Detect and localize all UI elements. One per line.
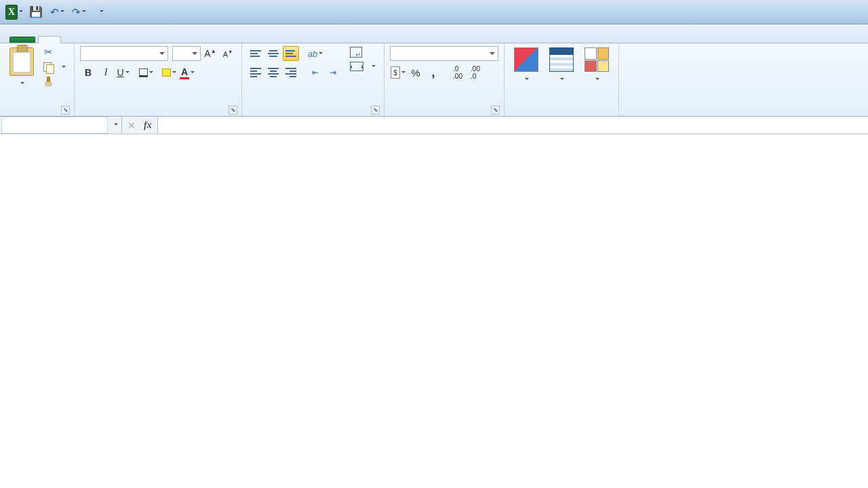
align-bottom-icon [285,50,296,57]
tab-view[interactable] [170,37,191,43]
group-label-number [390,114,498,115]
fx-icon[interactable]: fx [144,120,152,131]
fmt-label2 [559,75,565,84]
decrease-decimal-button[interactable]: .00.0 [467,65,484,80]
cancel-formula-button[interactable]: ✕ [127,120,136,131]
wrap-text-button[interactable] [348,46,378,58]
tab-review[interactable] [148,37,170,43]
qat-customize-button[interactable] [92,3,110,21]
font-name-select[interactable] [80,46,168,61]
name-box-dropdown[interactable] [109,119,121,131]
align-bottom-button[interactable] [283,46,299,61]
cell-styles-icon [585,47,609,72]
underline-icon: U [117,67,123,78]
wrap-text-icon [350,47,362,58]
cell-label2 [594,75,600,84]
increase-decimal-button[interactable]: .0.00 [450,65,466,80]
increase-indent-button[interactable]: ⇥ [325,65,341,80]
bold-button[interactable]: B [80,65,96,80]
chevron-down-icon [98,6,104,18]
redo-icon: ↷ [72,6,81,18]
font-size-select[interactable] [172,46,201,61]
group-clipboard: ✂ [0,43,75,116]
italic-icon: I [104,67,108,78]
decrease-indent-button[interactable]: ⇤ [307,65,323,80]
ribbon: ✂ A▲ A▼ B I U A [0,43,868,117]
align-left-icon [250,68,261,77]
fill-color-button[interactable] [161,65,178,80]
conditional-formatting-button[interactable] [510,46,542,85]
group-font: A▲ A▼ B I U A [75,43,242,116]
brush-icon [43,77,54,87]
tab-file[interactable] [9,37,35,43]
merge-icon [350,62,363,71]
quick-access-toolbar: X 💾 ↶ ↷ [0,3,115,21]
scissors-icon: ✂ [43,47,54,58]
increase-font-icon: A▲ [204,48,216,59]
align-center-button[interactable] [265,65,281,80]
font-color-button[interactable]: A [179,65,195,80]
tab-insert[interactable] [61,37,83,43]
align-right-icon [285,68,296,77]
excel-menu-button[interactable]: X [5,3,23,21]
percent-button[interactable]: % [408,65,424,80]
merge-center-button[interactable] [348,61,378,72]
cond-label2 [524,75,530,84]
group-styles [505,43,619,116]
chevron-down-icon [113,119,119,131]
name-box[interactable] [0,117,122,134]
borders-button[interactable] [138,65,155,80]
align-left-button[interactable] [248,65,264,80]
currency-icon: $ [391,66,400,79]
group-number: $ % , .0.00 .00.0 [384,43,505,116]
tab-data[interactable] [126,37,148,43]
format-painter-button[interactable] [41,76,68,88]
align-middle-button[interactable] [265,46,281,61]
italic-button[interactable]: I [98,65,114,80]
accounting-format-button[interactable]: $ [390,65,406,80]
worksheet-grid[interactable] [0,134,868,487]
formula-input[interactable] [158,117,868,134]
name-box-value[interactable] [1,117,108,134]
paste-button[interactable] [5,46,38,89]
group-label-font [80,114,236,115]
conditional-formatting-icon [514,47,538,72]
copy-icon [43,62,54,73]
redo-button[interactable]: ↷ [71,3,88,21]
format-as-table-button[interactable] [545,46,578,85]
tab-formulas[interactable] [104,37,126,43]
tab-page-layout[interactable] [83,37,104,43]
comma-button[interactable]: , [425,65,441,80]
group-label-alignment [248,114,378,115]
group-label-clipboard [5,114,68,115]
save-button[interactable]: 💾 [27,3,45,21]
orientation-button[interactable]: ab [307,46,323,61]
comma-icon: , [431,66,435,80]
number-format-select[interactable] [390,46,498,61]
fill-icon [162,68,171,77]
align-right-button[interactable] [283,65,299,80]
clipboard-icon [9,47,34,76]
undo-button[interactable]: ↶ [49,3,66,21]
percent-icon: % [411,67,420,79]
undo-icon: ↶ [50,6,59,18]
cut-button[interactable]: ✂ [41,46,68,58]
cell-styles-button[interactable] [580,46,613,85]
decrease-decimal-icon: .00.0 [471,65,480,80]
formula-bar: ✕ fx [0,117,868,134]
align-top-button[interactable] [248,46,264,61]
table-icon [549,47,574,72]
increase-font-button[interactable]: A▲ [202,46,218,61]
excel-icon: X [5,5,18,20]
align-middle-icon [268,50,279,57]
bold-icon: B [85,67,92,78]
chevron-down-icon [19,79,25,88]
align-center-icon [268,68,279,77]
decrease-font-icon: A▼ [223,49,233,58]
tab-home[interactable] [38,36,61,43]
align-top-icon [250,50,261,57]
save-icon: 💾 [29,5,43,18]
decrease-font-button[interactable]: A▼ [220,46,236,61]
copy-button[interactable] [41,61,68,73]
underline-button[interactable]: U [115,65,132,80]
